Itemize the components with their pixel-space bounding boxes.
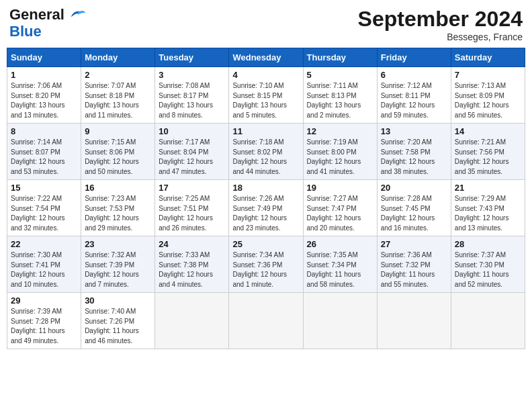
day-number: 16 (85, 183, 151, 193)
day-number: 14 (455, 126, 521, 136)
day-number: 20 (381, 183, 447, 193)
day-info: Sunrise: 7:30 AMSunset: 7:41 PMDaylight:… (11, 250, 77, 289)
day-number: 21 (455, 183, 521, 193)
day-info: Sunrise: 7:27 AMSunset: 7:47 PMDaylight:… (307, 194, 373, 233)
day-number: 15 (11, 183, 77, 193)
day-number: 3 (159, 70, 225, 80)
day-number: 11 (232, 126, 299, 136)
calendar-cell (451, 293, 525, 349)
calendar-cell: 19Sunrise: 7:27 AMSunset: 7:47 PMDayligh… (303, 180, 377, 236)
day-info: Sunrise: 7:15 AMSunset: 8:06 PMDaylight:… (85, 138, 151, 177)
day-info: Sunrise: 7:29 AMSunset: 7:43 PMDaylight:… (455, 194, 521, 233)
day-info: Sunrise: 7:28 AMSunset: 7:45 PMDaylight:… (381, 194, 447, 233)
day-number: 19 (307, 183, 373, 193)
calendar-cell: 15Sunrise: 7:22 AMSunset: 7:54 PMDayligh… (7, 180, 81, 236)
day-info: Sunrise: 7:11 AMSunset: 8:13 PMDaylight:… (307, 81, 373, 120)
day-number: 10 (159, 126, 225, 136)
weekday-header-sunday: Sunday (7, 48, 81, 67)
day-number: 13 (381, 126, 447, 136)
calendar-table: SundayMondayTuesdayWednesdayThursdayFrid… (7, 48, 525, 349)
month-title: September 2024 Besseges, France (358, 7, 523, 42)
calendar-cell: 17Sunrise: 7:25 AMSunset: 7:51 PMDayligh… (155, 180, 229, 236)
day-number: 29 (11, 295, 77, 306)
calendar-cell: 10Sunrise: 7:17 AMSunset: 8:04 PMDayligh… (155, 124, 229, 180)
calendar-cell: 28Sunrise: 7:37 AMSunset: 7:30 PMDayligh… (451, 236, 525, 293)
calendar-cell: 12Sunrise: 7:19 AMSunset: 8:00 PMDayligh… (303, 124, 377, 180)
day-info: Sunrise: 7:39 AMSunset: 7:28 PMDaylight:… (11, 307, 77, 346)
month-year: September 2024 (358, 7, 523, 32)
calendar-cell: 25Sunrise: 7:34 AMSunset: 7:36 PMDayligh… (229, 236, 303, 293)
day-info: Sunrise: 7:23 AMSunset: 7:53 PMDaylight:… (85, 194, 151, 233)
day-info: Sunrise: 7:35 AMSunset: 7:34 PMDaylight:… (307, 250, 373, 289)
day-number: 2 (85, 70, 151, 80)
logo: General Blue (9, 7, 86, 40)
day-info: Sunrise: 7:19 AMSunset: 8:00 PMDaylight:… (307, 138, 373, 177)
calendar-cell: 20Sunrise: 7:28 AMSunset: 7:45 PMDayligh… (377, 180, 451, 236)
day-info: Sunrise: 7:33 AMSunset: 7:38 PMDaylight:… (159, 250, 225, 289)
day-info: Sunrise: 7:07 AMSunset: 8:18 PMDaylight:… (85, 81, 151, 120)
logo-general: General (9, 6, 64, 23)
day-info: Sunrise: 7:08 AMSunset: 8:17 PMDaylight:… (159, 81, 225, 120)
calendar-cell: 22Sunrise: 7:30 AMSunset: 7:41 PMDayligh… (7, 236, 81, 293)
day-info: Sunrise: 7:34 AMSunset: 7:36 PMDaylight:… (232, 250, 299, 289)
day-number: 28 (455, 239, 521, 249)
calendar-cell (229, 293, 303, 349)
day-info: Sunrise: 7:25 AMSunset: 7:51 PMDaylight:… (159, 194, 225, 233)
day-number: 24 (159, 239, 225, 249)
calendar-cell: 18Sunrise: 7:26 AMSunset: 7:49 PMDayligh… (229, 180, 303, 236)
day-info: Sunrise: 7:20 AMSunset: 7:58 PMDaylight:… (381, 138, 447, 177)
day-number: 12 (307, 126, 373, 136)
day-number: 1 (11, 70, 77, 80)
week-row-5: 29Sunrise: 7:39 AMSunset: 7:28 PMDayligh… (7, 293, 525, 349)
day-number: 18 (232, 183, 299, 193)
week-row-4: 22Sunrise: 7:30 AMSunset: 7:41 PMDayligh… (7, 236, 525, 293)
day-number: 30 (85, 295, 151, 306)
calendar-cell: 4Sunrise: 7:10 AMSunset: 8:15 PMDaylight… (229, 67, 303, 124)
calendar-cell: 23Sunrise: 7:32 AMSunset: 7:39 PMDayligh… (81, 236, 155, 293)
logo-blue: Blue (9, 23, 42, 40)
day-info: Sunrise: 7:14 AMSunset: 8:07 PMDaylight:… (11, 138, 77, 177)
calendar-cell: 27Sunrise: 7:36 AMSunset: 7:32 PMDayligh… (377, 236, 451, 293)
calendar-cell (303, 293, 377, 349)
weekday-header-wednesday: Wednesday (229, 48, 303, 67)
day-number: 27 (381, 239, 447, 249)
calendar-cell: 7Sunrise: 7:13 AMSunset: 8:09 PMDaylight… (451, 67, 525, 124)
calendar-cell (377, 293, 451, 349)
day-number: 25 (232, 239, 299, 249)
calendar-cell: 8Sunrise: 7:14 AMSunset: 8:07 PMDaylight… (7, 124, 81, 180)
calendar-cell (155, 293, 229, 349)
weekday-header-monday: Monday (81, 48, 155, 67)
day-number: 7 (455, 70, 521, 80)
weekday-header-row: SundayMondayTuesdayWednesdayThursdayFrid… (7, 48, 525, 67)
day-number: 9 (85, 126, 151, 136)
day-info: Sunrise: 7:26 AMSunset: 7:49 PMDaylight:… (232, 194, 299, 233)
calendar-cell: 24Sunrise: 7:33 AMSunset: 7:38 PMDayligh… (155, 236, 229, 293)
calendar-cell: 13Sunrise: 7:20 AMSunset: 7:58 PMDayligh… (377, 124, 451, 180)
day-number: 4 (232, 70, 299, 80)
calendar-cell: 14Sunrise: 7:21 AMSunset: 7:56 PMDayligh… (451, 124, 525, 180)
day-number: 5 (307, 70, 373, 80)
logo-bird-icon (70, 9, 86, 19)
calendar-cell: 30Sunrise: 7:40 AMSunset: 7:26 PMDayligh… (81, 293, 155, 349)
day-number: 22 (11, 239, 77, 249)
day-info: Sunrise: 7:36 AMSunset: 7:32 PMDaylight:… (381, 250, 447, 289)
day-info: Sunrise: 7:32 AMSunset: 7:39 PMDaylight:… (85, 250, 151, 289)
day-number: 17 (159, 183, 225, 193)
calendar-cell: 9Sunrise: 7:15 AMSunset: 8:06 PMDaylight… (81, 124, 155, 180)
calendar-cell: 5Sunrise: 7:11 AMSunset: 8:13 PMDaylight… (303, 67, 377, 124)
week-row-1: 1Sunrise: 7:06 AMSunset: 8:20 PMDaylight… (7, 67, 525, 124)
location: Besseges, France (358, 32, 523, 42)
day-number: 23 (85, 239, 151, 249)
day-info: Sunrise: 7:17 AMSunset: 8:04 PMDaylight:… (159, 138, 225, 177)
weekday-header-friday: Friday (377, 48, 451, 67)
day-info: Sunrise: 7:18 AMSunset: 8:02 PMDaylight:… (232, 138, 299, 177)
day-info: Sunrise: 7:13 AMSunset: 8:09 PMDaylight:… (455, 81, 521, 120)
calendar-cell: 1Sunrise: 7:06 AMSunset: 8:20 PMDaylight… (7, 67, 81, 124)
week-row-3: 15Sunrise: 7:22 AMSunset: 7:54 PMDayligh… (7, 180, 525, 236)
calendar-cell: 6Sunrise: 7:12 AMSunset: 8:11 PMDaylight… (377, 67, 451, 124)
day-number: 8 (11, 126, 77, 136)
calendar-cell: 29Sunrise: 7:39 AMSunset: 7:28 PMDayligh… (7, 293, 81, 349)
day-info: Sunrise: 7:22 AMSunset: 7:54 PMDaylight:… (11, 194, 77, 233)
day-info: Sunrise: 7:37 AMSunset: 7:30 PMDaylight:… (455, 250, 521, 289)
day-number: 26 (307, 239, 373, 249)
